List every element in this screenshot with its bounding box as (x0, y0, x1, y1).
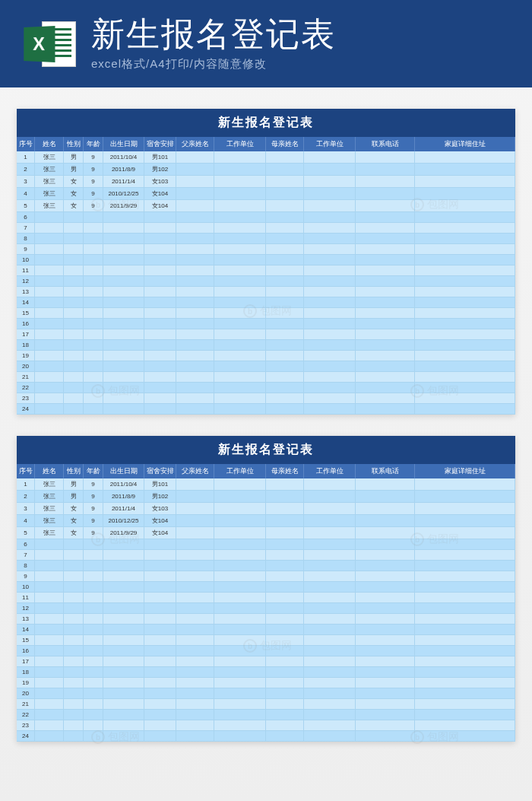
cell-name: 张三 (35, 164, 64, 176)
cell-dorm (144, 308, 176, 319)
cell-mname (266, 550, 304, 561)
cell-sex (64, 603, 84, 614)
cell-age (84, 731, 103, 742)
cell-birth (103, 234, 144, 244)
header-fname: 父亲姓名 (176, 464, 214, 478)
cell-name (35, 561, 64, 571)
cell-sex (64, 582, 84, 593)
cell-name (35, 223, 64, 234)
cell-birth (103, 223, 144, 234)
cell-mname (266, 515, 304, 527)
cell-work2 (304, 720, 356, 731)
cell-addr (415, 276, 515, 287)
cell-mname (266, 200, 304, 212)
cell-phone (356, 515, 415, 527)
cell-name (35, 678, 64, 688)
cell-seq: 1 (17, 151, 35, 164)
cell-addr (415, 234, 515, 244)
cell-age: 9 (84, 515, 103, 527)
cell-seq: 11 (17, 265, 35, 276)
cell-work1 (214, 582, 266, 593)
cell-name (35, 244, 64, 255)
cell-sex (64, 635, 84, 646)
table-row: 23 (17, 393, 515, 404)
cell-seq: 8 (17, 561, 35, 571)
cell-birth: 2011/9/29 (103, 527, 144, 539)
cell-work1 (214, 351, 266, 361)
header-age: 年龄 (84, 464, 103, 478)
sheet-header-row: 序号 姓名 性别 年龄 出生日期 宿舍安排 父亲姓名 工作单位 母亲姓名 工作单… (17, 464, 515, 478)
cell-name (35, 593, 64, 603)
header-banner: X 新生报名登记表 excel格式/A4打印/内容随意修改 (0, 0, 532, 87)
cell-age (84, 276, 103, 287)
cell-mname (266, 212, 304, 223)
cell-dorm: 男102 (144, 491, 176, 503)
cell-work1 (214, 372, 266, 383)
cell-mname (266, 329, 304, 340)
cell-phone (356, 646, 415, 656)
cell-dorm (144, 656, 176, 667)
cell-work2 (304, 503, 356, 515)
cell-dorm: 女104 (144, 515, 176, 527)
cell-seq: 18 (17, 340, 35, 351)
cell-name (35, 731, 64, 742)
cell-addr (415, 667, 515, 678)
header-work1: 工作单位 (214, 464, 266, 478)
cell-dorm (144, 319, 176, 329)
cell-birth (103, 297, 144, 308)
cell-work1 (214, 340, 266, 351)
cell-dorm: 女104 (144, 188, 176, 200)
cell-dorm (144, 561, 176, 571)
cell-dorm: 男102 (144, 164, 176, 176)
cell-work1 (214, 503, 266, 515)
cell-dorm (144, 603, 176, 614)
cell-fname (176, 297, 214, 308)
cell-sex (64, 571, 84, 582)
cell-fname (176, 393, 214, 404)
cell-dorm (144, 393, 176, 404)
cell-work2 (304, 491, 356, 503)
cell-age (84, 656, 103, 667)
cell-sex (64, 287, 84, 297)
cell-name (35, 688, 64, 699)
cell-work1 (214, 244, 266, 255)
cell-sex (64, 361, 84, 372)
cell-birth (103, 561, 144, 571)
sheet-header-row: 序号 姓名 性别 年龄 出生日期 宿舍安排 父亲姓名 工作单位 母亲姓名 工作单… (17, 137, 515, 151)
cell-work2 (304, 329, 356, 340)
cell-fname (176, 244, 214, 255)
table-row: 22 (17, 710, 515, 720)
cell-dorm (144, 720, 176, 731)
cell-sex (64, 646, 84, 656)
cell-dorm (144, 582, 176, 593)
cell-name (35, 656, 64, 667)
cell-work1 (214, 188, 266, 200)
cell-fname (176, 361, 214, 372)
cell-addr (415, 329, 515, 340)
cell-fname (176, 351, 214, 361)
cell-birth (103, 582, 144, 593)
table-row: 10 (17, 255, 515, 265)
cell-name (35, 667, 64, 678)
cell-mname (266, 383, 304, 393)
cell-sex (64, 329, 84, 340)
cell-work1 (214, 539, 266, 550)
cell-work2 (304, 255, 356, 265)
cell-phone (356, 688, 415, 699)
cell-mname (266, 404, 304, 415)
cell-phone (356, 308, 415, 319)
cell-addr (415, 688, 515, 699)
cell-addr (415, 582, 515, 593)
cell-fname (176, 372, 214, 383)
header-birth: 出生日期 (103, 137, 144, 151)
cell-seq: 12 (17, 276, 35, 287)
cell-name (35, 539, 64, 550)
cell-birth (103, 319, 144, 329)
cell-work2 (304, 234, 356, 244)
cell-age (84, 244, 103, 255)
cell-birth (103, 383, 144, 393)
cell-mname (266, 351, 304, 361)
cell-dorm: 女103 (144, 176, 176, 188)
cell-work1 (214, 593, 266, 603)
header-name: 姓名 (35, 137, 64, 151)
